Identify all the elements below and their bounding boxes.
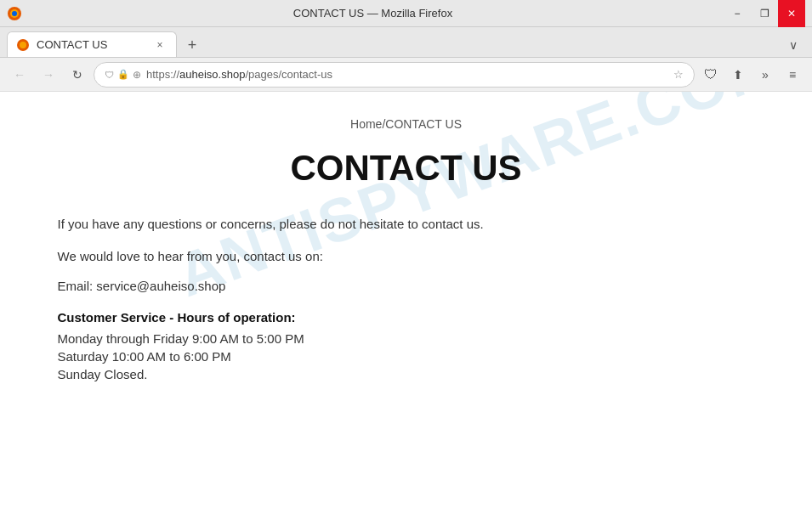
url-path: /pages/contact-us	[245, 68, 332, 81]
address-right-icons: ☆	[673, 68, 684, 81]
paragraph-2: We would love to hear from you, contact …	[58, 246, 755, 267]
svg-point-4	[20, 42, 26, 48]
email-line: Email: service@auheiso.shop	[58, 279, 755, 293]
restore-button[interactable]: ❐	[751, 0, 778, 27]
forward-button[interactable]: →	[36, 62, 61, 88]
tab-label: CONTACT US	[37, 38, 145, 51]
page-heading: CONTACT US	[58, 148, 755, 189]
breadcrumb-home-link[interactable]: Home	[350, 117, 382, 131]
titlebar: CONTACT US — Mozilla Firefox − ❐ ✕	[0, 0, 812, 27]
titlebar-controls: − ❐ ✕	[724, 0, 805, 27]
close-button[interactable]: ✕	[778, 0, 805, 27]
bookmark-star-icon[interactable]: ☆	[673, 68, 684, 81]
page-content: Home/CONTACT US CONTACT US If you have a…	[24, 92, 789, 410]
window-title: CONTACT US — Mozilla Firefox	[22, 7, 724, 20]
menu-button[interactable]: ≡	[780, 62, 805, 88]
container-icon[interactable]: 🛡	[698, 62, 724, 88]
hours-heading: Customer Service - Hours of operation:	[58, 310, 755, 325]
tab-list-button[interactable]: ∨	[781, 33, 805, 57]
tab-favicon	[16, 38, 30, 52]
svg-point-2	[12, 11, 17, 16]
hours-line-3: Sunday Closed.	[58, 367, 755, 381]
hours-line-2: Saturday 10:00 AM to 6:00 PM	[58, 349, 755, 364]
browser-content: ANTISPYWARE.COM Home/CONTACT US CONTACT …	[0, 92, 812, 514]
paragraph-1: If you have any questions or concerns, p…	[58, 214, 755, 234]
minimize-button[interactable]: −	[724, 0, 751, 27]
shield-icon: 🛡	[105, 70, 114, 80]
extensions-button[interactable]: »	[752, 62, 778, 88]
url-prefix: https://	[146, 68, 179, 81]
url-domain: auheiso.shop	[179, 68, 245, 81]
active-tab[interactable]: CONTACT US ×	[7, 31, 177, 57]
back-button[interactable]: ←	[7, 62, 32, 88]
breadcrumb: Home/CONTACT US	[58, 117, 755, 131]
tab-close-button[interactable]: ×	[152, 37, 168, 53]
tracking-icon: ⊕	[133, 69, 141, 81]
email-value: service@auheiso.shop	[96, 279, 225, 293]
firefox-icon	[7, 6, 22, 21]
navbar: ← → ↻ 🛡 🔒 ⊕ https://auheiso.shop/pages/c…	[0, 58, 812, 92]
titlebar-left	[7, 6, 22, 21]
new-tab-button[interactable]: +	[180, 33, 204, 57]
tabbar: CONTACT US × + ∨	[0, 27, 812, 58]
lock-icon: 🔒	[117, 69, 129, 80]
security-icons: 🛡 🔒 ⊕	[105, 69, 141, 81]
reload-button[interactable]: ↻	[65, 62, 90, 88]
address-bar[interactable]: 🛡 🔒 ⊕ https://auheiso.shop/pages/contact…	[94, 62, 695, 88]
address-text: https://auheiso.shop/pages/contact-us	[146, 68, 668, 81]
hours-line-1: Monday through Friday 9:00 AM to 5:00 PM	[58, 331, 755, 346]
upload-icon[interactable]: ⬆	[725, 62, 751, 88]
email-label: Email:	[58, 279, 97, 293]
nav-right-buttons: 🛡 ⬆ » ≡	[698, 62, 805, 88]
breadcrumb-current: CONTACT US	[385, 117, 462, 131]
